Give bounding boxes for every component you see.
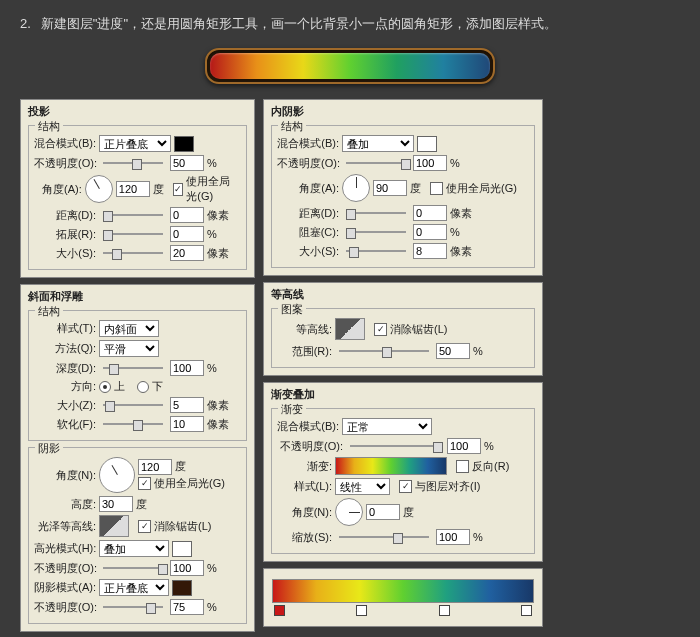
- is-choke-input[interactable]: [413, 224, 447, 240]
- bv-hl-op-input[interactable]: [170, 560, 204, 576]
- bv-depth-input[interactable]: [170, 360, 204, 376]
- ds-size-slider[interactable]: [103, 248, 163, 258]
- is-choke-slider[interactable]: [346, 227, 406, 237]
- is-dist-input[interactable]: [413, 205, 447, 221]
- bv-anti-cb[interactable]: ✓: [138, 520, 151, 533]
- ds-dist-slider[interactable]: [103, 210, 163, 220]
- is-angle-input[interactable]: [373, 180, 407, 196]
- inner-shadow-panel: 内阴影 结构 混合模式(B):叠加 不透明度(O):% 角度(A):度 使用全局…: [263, 99, 543, 276]
- ds-dist-input[interactable]: [170, 207, 204, 223]
- bv-sh-select[interactable]: 正片叠底: [99, 579, 169, 596]
- bv-sh-swatch[interactable]: [172, 580, 192, 596]
- is-size-input[interactable]: [413, 243, 447, 259]
- bv-alt-input[interactable]: [99, 496, 133, 512]
- go-align-cb[interactable]: ✓: [399, 480, 412, 493]
- go-rev-cb[interactable]: [456, 460, 469, 473]
- ds-spread-slider[interactable]: [103, 229, 163, 239]
- step-num: 2.: [20, 16, 31, 31]
- ds-blend-select[interactable]: 正片叠底: [99, 135, 171, 152]
- go-opacity-input[interactable]: [447, 438, 481, 454]
- is-dist-slider[interactable]: [346, 208, 406, 218]
- bv-soft-input[interactable]: [170, 416, 204, 432]
- bv-hl-swatch[interactable]: [172, 541, 192, 557]
- progress-preview: [20, 48, 680, 84]
- ct-range-slider[interactable]: [339, 346, 429, 356]
- go-opacity-slider[interactable]: [350, 441, 440, 451]
- is-angle-dial[interactable]: [342, 174, 370, 202]
- bv-hl-op-slider[interactable]: [103, 563, 163, 573]
- gradient-overlay-panel: 渐变叠加 渐变 混合模式(B):正常 不透明度(O):% 渐变: 反向(R) 样…: [263, 382, 543, 562]
- ds-opacity-slider[interactable]: [103, 158, 163, 168]
- bv-size-slider[interactable]: [103, 400, 163, 410]
- go-blend-select[interactable]: 正常: [342, 418, 432, 435]
- is-size-slider[interactable]: [346, 246, 406, 256]
- bv-gloss-contour[interactable]: [99, 515, 129, 537]
- ds-size-input[interactable]: [170, 245, 204, 261]
- bv-soft-slider[interactable]: [103, 419, 163, 429]
- bv-sh-op-slider[interactable]: [103, 602, 163, 612]
- bevel-panel: 斜面和浮雕 结构 样式(T):内斜面 方法(Q):平滑 深度(D):% 方向:上…: [20, 284, 255, 632]
- bv-angle-input[interactable]: [138, 459, 172, 475]
- gradient-bar[interactable]: [272, 579, 534, 603]
- bv-dir-up[interactable]: [99, 381, 111, 393]
- go-gradient-picker[interactable]: [335, 457, 447, 475]
- gradient-stop[interactable]: [356, 605, 367, 616]
- ds-opacity-input[interactable]: [170, 155, 204, 171]
- go-angle-input[interactable]: [366, 504, 400, 520]
- go-scale-input[interactable]: [436, 529, 470, 545]
- bv-depth-slider[interactable]: [103, 363, 163, 373]
- is-color-swatch[interactable]: [417, 136, 437, 152]
- bv-hl-select[interactable]: 叠加: [99, 540, 169, 557]
- panel-title: 投影: [28, 104, 247, 119]
- gradient-preview-panel: [263, 568, 543, 627]
- go-style-select[interactable]: 线性: [335, 478, 390, 495]
- ct-contour-picker[interactable]: [335, 318, 365, 340]
- ds-spread-input[interactable]: [170, 226, 204, 242]
- ds-global-cb[interactable]: ✓: [173, 183, 183, 196]
- bv-sh-op-input[interactable]: [170, 599, 204, 615]
- bv-size-input[interactable]: [170, 397, 204, 413]
- drop-shadow-panel: 投影 结构 混合模式(B):正片叠底 不透明度(O):% 角度(A):度 ✓使用…: [20, 99, 255, 278]
- gradient-stop[interactable]: [439, 605, 450, 616]
- go-scale-slider[interactable]: [339, 532, 429, 542]
- ds-angle-dial[interactable]: [85, 175, 113, 203]
- bv-angle-dial[interactable]: [99, 457, 135, 493]
- gradient-stop[interactable]: [521, 605, 532, 616]
- go-angle-dial[interactable]: [335, 498, 363, 526]
- bv-tech-select[interactable]: 平滑: [99, 340, 159, 357]
- ds-color-swatch[interactable]: [174, 136, 194, 152]
- bv-dir-down[interactable]: [137, 381, 149, 393]
- step-text: 新建图层"进度"，还是用圆角矩形工具，画一个比背景小一点的圆角矩形，添加图层样式…: [41, 16, 557, 31]
- is-blend-select[interactable]: 叠加: [342, 135, 414, 152]
- is-global-cb[interactable]: [430, 182, 443, 195]
- is-opacity-input[interactable]: [413, 155, 447, 171]
- bv-style-select[interactable]: 内斜面: [99, 320, 159, 337]
- contour-panel: 等高线 图案 等高线: ✓消除锯齿(L) 范围(R):%: [263, 282, 543, 376]
- ct-range-input[interactable]: [436, 343, 470, 359]
- ds-angle-input[interactable]: [116, 181, 150, 197]
- gradient-stop[interactable]: [274, 605, 285, 616]
- ct-anti-cb[interactable]: ✓: [374, 323, 387, 336]
- bv-global-cb[interactable]: ✓: [138, 477, 151, 490]
- is-opacity-slider[interactable]: [346, 158, 406, 168]
